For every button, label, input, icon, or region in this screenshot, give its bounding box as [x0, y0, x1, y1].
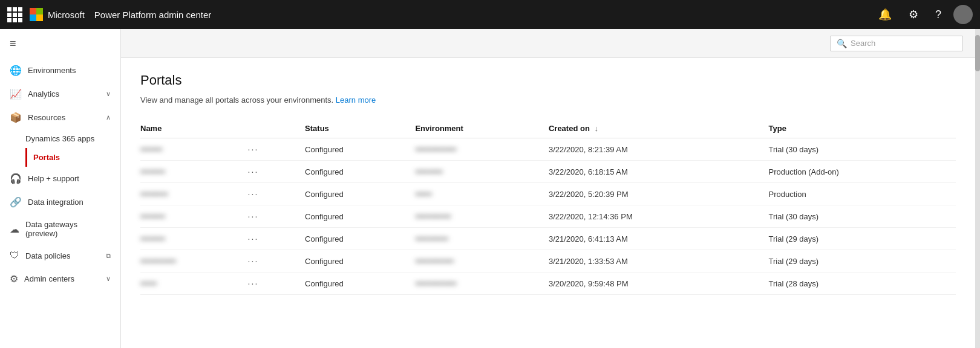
cell-environment: •••••• — [415, 183, 549, 205]
table-row: ••••••••••···Configured••••••3/22/2020, … — [140, 183, 956, 205]
sidebar-item-analytics[interactable]: 📈 Analytics ∨ — [0, 82, 120, 106]
cell-type: Trial (29 days) — [769, 250, 956, 272]
cell-created: 3/22/2020, 8:21:39 AM — [549, 138, 769, 161]
learn-more-link[interactable]: Learn more — [336, 95, 376, 105]
search-box[interactable]: 🔍 Search — [830, 36, 963, 51]
row-options-button[interactable]: ··· — [244, 277, 263, 289]
table-header-row: Name Status Environment Created on ↓ Typ… — [140, 119, 956, 138]
ms-logo-blue — [30, 14, 36, 21]
cell-status: Configured — [305, 138, 415, 161]
cell-ellipsis[interactable]: ··· — [244, 272, 305, 295]
col-ellipsis-header — [244, 119, 305, 138]
cell-status: Configured — [305, 205, 415, 228]
cell-created: 3/20/2020, 9:59:48 PM — [549, 272, 769, 295]
cell-ellipsis[interactable]: ··· — [244, 183, 305, 205]
sidebar-item-help-support[interactable]: 🎧 Help + support — [0, 167, 120, 190]
cell-created: 3/22/2020, 5:20:39 PM — [549, 183, 769, 205]
notification-icon[interactable]: 🔔 — [874, 8, 897, 21]
sort-arrow-icon: ↓ — [594, 124, 598, 133]
row-options-button[interactable]: ··· — [244, 166, 263, 178]
settings-icon[interactable]: ⚙ — [904, 8, 923, 21]
admin-centers-label: Admin centers — [24, 274, 100, 283]
col-environment: Environment — [415, 119, 549, 138]
row-options-button[interactable]: ··· — [244, 233, 263, 245]
col-type: Type — [769, 119, 956, 138]
sidebar: ≡ 🌐 Environments 📈 Analytics ∨ 📦 Resourc… — [0, 29, 121, 348]
cell-status: Configured — [305, 250, 415, 272]
page-subtitle-text: View and manage all portals across your … — [140, 95, 333, 105]
sidebar-item-admin-centers[interactable]: ⚙ Admin centers ∨ — [0, 267, 120, 291]
analytics-icon: 📈 — [10, 88, 22, 100]
help-icon[interactable]: ? — [930, 8, 946, 21]
table-row: •••••••••••••···Configured••••••••••••••… — [140, 250, 956, 272]
cell-type: Trial (30 days) — [769, 138, 956, 161]
cell-ellipsis[interactable]: ··· — [244, 228, 305, 250]
cell-environment: •••••••••• — [415, 161, 549, 183]
page-subtitle: View and manage all portals across your … — [140, 95, 956, 105]
top-navigation: Microsoft Power Platform admin center 🔔 … — [0, 0, 980, 29]
sidebar-item-dynamics365apps[interactable]: Dynamics 365 apps — [25, 129, 120, 148]
page-body: Portals View and manage all portals acro… — [121, 58, 975, 348]
cell-status: Configured — [305, 161, 415, 183]
table-row: ••••••···Configured•••••••••••••••3/20/2… — [140, 272, 956, 295]
row-options-button[interactable]: ··· — [244, 210, 263, 222]
col-status: Status — [305, 119, 415, 138]
cell-created: 3/22/2020, 6:18:15 AM — [549, 161, 769, 183]
cell-type: Production (Add-on) — [769, 161, 956, 183]
resources-chevron: ∧ — [106, 114, 111, 121]
sidebar-item-data-policies[interactable]: 🛡 Data policies ⧉ — [0, 244, 120, 267]
analytics-chevron: ∨ — [106, 90, 111, 98]
cell-ellipsis[interactable]: ··· — [244, 250, 305, 272]
user-avatar[interactable] — [953, 5, 973, 24]
cell-status: Configured — [305, 228, 415, 250]
cell-name: ••••••••• — [140, 228, 244, 250]
ms-logo-red — [30, 8, 36, 14]
cell-name: ••••••••••••• — [140, 250, 244, 272]
environments-label: Environments — [28, 66, 111, 75]
app-title: Power Platform admin center — [94, 10, 211, 20]
help-support-icon: 🎧 — [10, 173, 22, 184]
cell-environment: ••••••••••••••• — [415, 272, 549, 295]
scrollbar-thumb[interactable] — [975, 35, 980, 71]
help-support-label: Help + support — [28, 174, 111, 183]
sidebar-item-data-gateways[interactable]: ☁ Data gateways (preview) — [0, 214, 120, 244]
cell-status: Configured — [305, 272, 415, 295]
resources-icon: 📦 — [10, 112, 22, 123]
table-row: •••••••••···Configured•••••••••••••3/22/… — [140, 205, 956, 228]
cell-ellipsis[interactable]: ··· — [244, 161, 305, 183]
cell-name: •••••• — [140, 272, 244, 295]
cell-ellipsis[interactable]: ··· — [244, 138, 305, 161]
table-row: •••••••••···Configured••••••••••3/22/202… — [140, 161, 956, 183]
data-policies-label: Data policies — [25, 251, 100, 260]
waffle-menu[interactable] — [7, 7, 22, 22]
resources-label: Resources — [28, 113, 100, 122]
col-name: Name — [140, 119, 244, 138]
sidebar-hamburger[interactable]: ≡ — [0, 29, 120, 59]
analytics-label: Analytics — [28, 89, 100, 98]
cell-environment: ••••••••••••••• — [415, 138, 549, 161]
admin-centers-icon: ⚙ — [10, 273, 18, 285]
cell-name: •••••••• — [140, 138, 244, 161]
cell-type: Production — [769, 183, 956, 205]
content-topbar: 🔍 Search — [121, 29, 975, 58]
cell-status: Configured — [305, 183, 415, 205]
row-options-button[interactable]: ··· — [244, 188, 263, 200]
sidebar-item-portals[interactable]: Portals — [25, 148, 120, 167]
cell-name: •••••••••• — [140, 183, 244, 205]
col-created-on[interactable]: Created on ↓ — [549, 119, 769, 138]
row-options-button[interactable]: ··· — [244, 255, 263, 267]
cell-type: Trial (29 days) — [769, 228, 956, 250]
table-row: ••••••••···Configured•••••••••••••••3/22… — [140, 138, 956, 161]
cell-name: ••••••••• — [140, 161, 244, 183]
row-options-button[interactable]: ··· — [244, 143, 263, 155]
right-scrollbar[interactable] — [975, 29, 980, 348]
page-title: Portals — [140, 72, 956, 88]
sidebar-item-data-integration[interactable]: 🔗 Data integration — [0, 190, 120, 214]
sidebar-item-resources[interactable]: 📦 Resources ∧ — [0, 106, 120, 129]
sidebar-item-environments[interactable]: 🌐 Environments — [0, 59, 120, 82]
cell-ellipsis[interactable]: ··· — [244, 205, 305, 228]
data-integration-label: Data integration — [28, 198, 111, 207]
ms-logo-yellow — [36, 14, 43, 21]
table-row: •••••••••···Configured••••••••••••3/21/2… — [140, 228, 956, 250]
ms-logo-grid — [30, 8, 43, 21]
